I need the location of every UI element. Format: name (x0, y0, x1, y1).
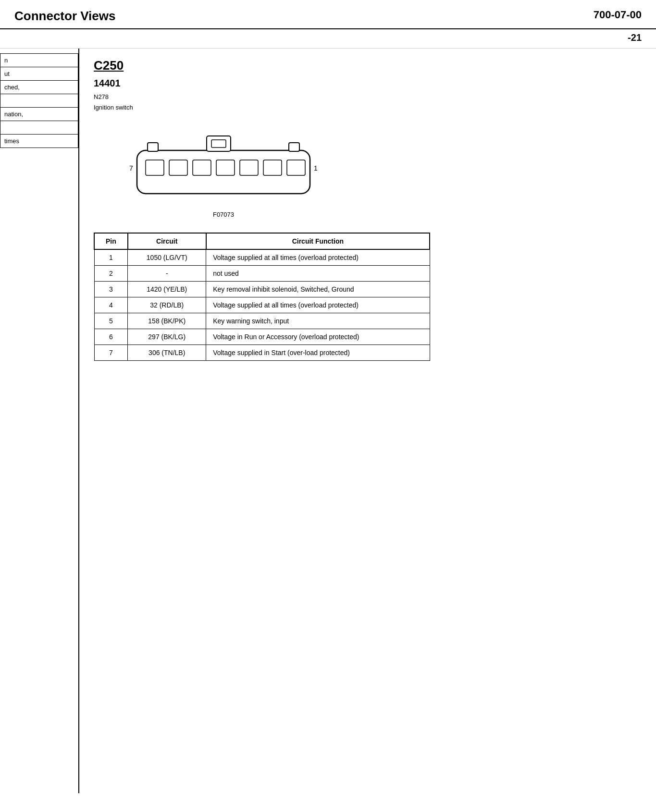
sidebar-row-4 (0, 94, 78, 108)
page-subheader: -21 (0, 29, 656, 49)
cell-function: not used (206, 266, 430, 282)
cell-circuit: 297 (BK/LG) (128, 329, 206, 345)
svg-rect-6 (169, 160, 187, 175)
table-row: 31420 (YE/LB)Key removal inhibit solenoi… (94, 282, 430, 297)
pin-table: Pin Circuit Circuit Function 11050 (LG/V… (94, 233, 430, 361)
sidebar-table: n ut ched, nation, times (0, 53, 78, 148)
sidebar-cell-5: nation, (0, 108, 78, 121)
sidebar-row-7: times (0, 135, 78, 148)
cell-circuit: 1420 (YE/LB) (128, 282, 206, 297)
main-content: n ut ched, nation, times C250 144 (0, 49, 656, 793)
sidebar-row-2: ut (0, 67, 78, 81)
table-row: 432 (RD/LB)Voltage supplied at all times… (94, 297, 430, 313)
cell-function: Key removal inhibit solenoid, Switched, … (206, 282, 430, 297)
page-number: 700-07-00 (594, 9, 642, 21)
cell-circuit: 32 (RD/LB) (128, 297, 206, 313)
table-row: 5158 (BK/PK)Key warning switch, input (94, 313, 430, 329)
sidebar-cell-2: ut (0, 67, 78, 81)
table-header-row: Pin Circuit Circuit Function (94, 233, 430, 249)
page-header: Connector Views 700-07-00 (0, 0, 656, 29)
cell-pin: 7 (94, 345, 128, 361)
svg-rect-5 (146, 160, 164, 175)
connector-ref: N278 (94, 93, 642, 101)
connector-diagram: 7 1 F07073 (123, 122, 324, 218)
svg-rect-11 (287, 160, 305, 175)
svg-rect-9 (240, 160, 258, 175)
cell-function: Key warning switch, input (206, 313, 430, 329)
svg-rect-4 (289, 143, 299, 151)
connector-svg: 7 1 (123, 122, 324, 208)
cell-circuit: 306 (TN/LB) (128, 345, 206, 361)
col-header-function: Circuit Function (206, 233, 430, 249)
svg-rect-1 (148, 143, 158, 151)
cell-pin: 2 (94, 266, 128, 282)
connector-id: C250 (94, 58, 642, 73)
cell-function: Voltage supplied in Start (over-load pro… (206, 345, 430, 361)
sidebar-row-5: nation, (0, 108, 78, 121)
svg-text:1: 1 (314, 164, 318, 172)
right-content: C250 14401 N278 Ignition switch (79, 49, 656, 793)
left-sidebar: n ut ched, nation, times (0, 49, 79, 793)
sidebar-cell-3: ched, (0, 81, 78, 94)
table-row: 6297 (BK/LG)Voltage in Run or Accessory … (94, 329, 430, 345)
table-row: 7306 (TN/LB)Voltage supplied in Start (o… (94, 345, 430, 361)
sidebar-cell-7: times (0, 135, 78, 148)
cell-function: Voltage in Run or Accessory (overload pr… (206, 329, 430, 345)
connector-figure-label: F07073 (213, 211, 234, 218)
cell-function: Voltage supplied at all times (overload … (206, 249, 430, 266)
sidebar-row-1: n (0, 54, 78, 67)
sidebar-row-6 (0, 121, 78, 135)
col-header-circuit: Circuit (128, 233, 206, 249)
sidebar-cell-1: n (0, 54, 78, 67)
connector-part-number: 14401 (94, 78, 642, 89)
svg-rect-3 (211, 140, 226, 148)
sidebar-row-3: ched, (0, 81, 78, 94)
table-row: 2-not used (94, 266, 430, 282)
cell-pin: 6 (94, 329, 128, 345)
cell-pin: 4 (94, 297, 128, 313)
svg-rect-8 (216, 160, 235, 175)
cell-pin: 3 (94, 282, 128, 297)
cell-pin: 1 (94, 249, 128, 266)
svg-rect-7 (193, 160, 211, 175)
cell-circuit: 1050 (LG/VT) (128, 249, 206, 266)
cell-circuit: - (128, 266, 206, 282)
svg-rect-10 (263, 160, 282, 175)
cell-circuit: 158 (BK/PK) (128, 313, 206, 329)
table-row: 11050 (LG/VT)Voltage supplied at all tim… (94, 249, 430, 266)
svg-text:7: 7 (129, 164, 133, 172)
connector-description: Ignition switch (94, 103, 642, 112)
sidebar-cell-6 (0, 121, 78, 135)
cell-pin: 5 (94, 313, 128, 329)
cell-function: Voltage supplied at all times (overload … (206, 297, 430, 313)
page-title: Connector Views (14, 9, 115, 24)
page-sub-number: -21 (628, 32, 642, 43)
sidebar-cell-4 (0, 94, 78, 108)
col-header-pin: Pin (94, 233, 128, 249)
